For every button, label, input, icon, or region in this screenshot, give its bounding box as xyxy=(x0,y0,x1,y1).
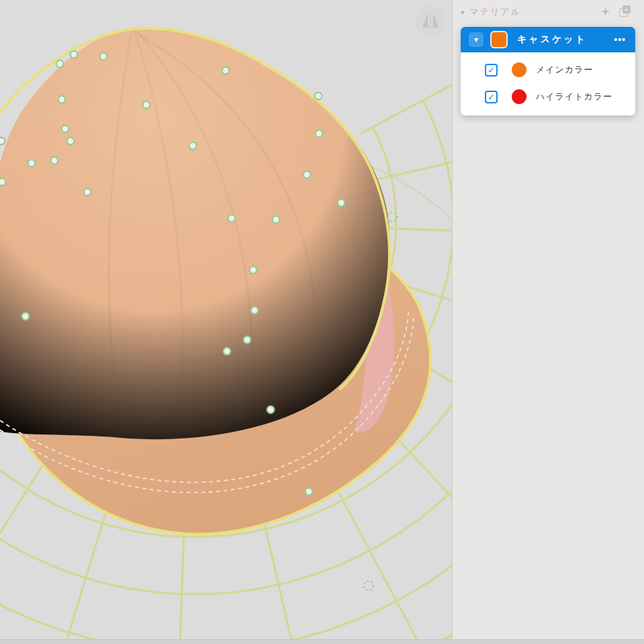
hair-control-point[interactable] xyxy=(0,138,5,145)
duplicate-front-square: + xyxy=(623,5,631,13)
hair-control-point[interactable] xyxy=(222,67,230,75)
chevron-down-icon[interactable]: ▾ xyxy=(469,32,484,47)
window-bottom-edge xyxy=(0,639,644,644)
material-name: キャスケット xyxy=(517,34,587,46)
material-item-popup: ▾ キャスケット ••• ✓ メインカラー✓ ハイライトカラー xyxy=(461,27,635,116)
panel-title: マテリアル xyxy=(470,6,522,18)
app-window: ▾ マテリアル + + アウトラインカラー › シェーダーカラー テクスチャを編… xyxy=(0,0,644,644)
hair-control-point[interactable] xyxy=(267,406,275,414)
hair-control-point[interactable] xyxy=(304,171,311,179)
hair-control-point[interactable] xyxy=(316,130,323,138)
hair-control-point[interactable] xyxy=(251,307,259,314)
mirror-symmetry-icon[interactable] xyxy=(416,6,445,36)
material-swatch[interactable] xyxy=(490,31,508,48)
hair-control-point[interactable] xyxy=(189,142,197,150)
hair-control-point[interactable] xyxy=(315,93,322,100)
material-item-selected[interactable]: ▾ キャスケット ••• xyxy=(461,27,635,52)
duplicate-material-icon[interactable]: + xyxy=(619,5,631,17)
grid-line xyxy=(383,228,452,240)
hair-control-point[interactable] xyxy=(250,267,257,274)
hair-control-point[interactable] xyxy=(67,138,75,145)
3d-viewport[interactable] xyxy=(0,0,452,640)
hair-control-point[interactable] xyxy=(143,101,150,109)
color-layer-label: メインカラー xyxy=(536,64,594,76)
hair-control-point[interactable] xyxy=(0,179,5,186)
hair-control-point[interactable] xyxy=(56,60,64,68)
hair-control-point[interactable] xyxy=(51,157,58,165)
hair-control-point[interactable] xyxy=(228,215,236,222)
hair-control-point[interactable] xyxy=(58,96,66,103)
hair-control-point[interactable] xyxy=(22,313,30,320)
hair-control-point[interactable] xyxy=(273,216,280,224)
hair-control-point[interactable] xyxy=(100,53,107,60)
hair-control-point[interactable] xyxy=(71,51,78,58)
chevron-down-icon[interactable]: ▾ xyxy=(461,8,465,17)
add-material-icon[interactable]: + xyxy=(602,4,609,19)
color-layer-row[interactable]: ✓ ハイライトカラー xyxy=(461,83,635,110)
color-layer-label: ハイライトカラー xyxy=(536,91,612,103)
material-color-list: ✓ メインカラー✓ ハイライトカラー xyxy=(461,52,635,116)
hair-control-point[interactable] xyxy=(306,488,313,496)
hair-control-point[interactable] xyxy=(62,126,69,133)
hair-control-point[interactable] xyxy=(244,336,251,344)
hair-control-point[interactable] xyxy=(28,160,36,167)
more-options-icon[interactable]: ••• xyxy=(614,34,626,45)
visibility-checkbox[interactable]: ✓ xyxy=(485,91,498,103)
visibility-checkbox[interactable]: ✓ xyxy=(485,64,498,77)
hair-control-point[interactable] xyxy=(224,348,231,355)
material-section-header[interactable]: ▾ マテリアル xyxy=(461,5,521,19)
cap-crown[interactable] xyxy=(0,28,390,439)
color-layer-row[interactable]: ✓ メインカラー xyxy=(461,56,635,83)
hair-control-point[interactable] xyxy=(338,199,345,207)
color-circle-swatch[interactable] xyxy=(512,89,526,104)
color-circle-swatch[interactable] xyxy=(512,62,526,77)
hair-control-point[interactable] xyxy=(84,189,91,196)
hair-control-point-empty[interactable] xyxy=(364,581,373,590)
